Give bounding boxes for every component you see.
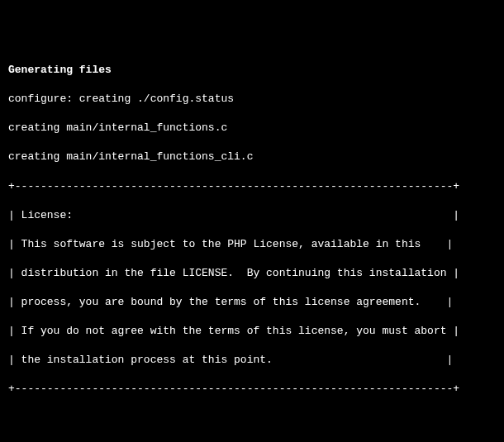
license-box-line: | process, you are bound by the terms of… (8, 295, 496, 310)
creating-line-2: creating main/internal_functions_cli.c (8, 150, 496, 164)
blank-line (8, 411, 496, 425)
license-box-line: | distribution in the file LICENSE. By c… (8, 266, 496, 281)
configure-line: configure: creating ./config.status (8, 92, 496, 107)
heading-generating: Generating files (8, 63, 496, 78)
license-box-line: | If you do not agree with the terms of … (8, 324, 496, 339)
license-box-bottom: +---------------------------------------… (8, 382, 496, 397)
license-box-top: +---------------------------------------… (8, 179, 496, 194)
license-box-line: | License: | (8, 208, 496, 223)
creating-line-1: creating main/internal_functions.c (8, 121, 496, 135)
license-box-line: | the installation process at this point… (8, 353, 496, 368)
license-box-line: | This software is subject to the PHP Li… (8, 237, 496, 252)
